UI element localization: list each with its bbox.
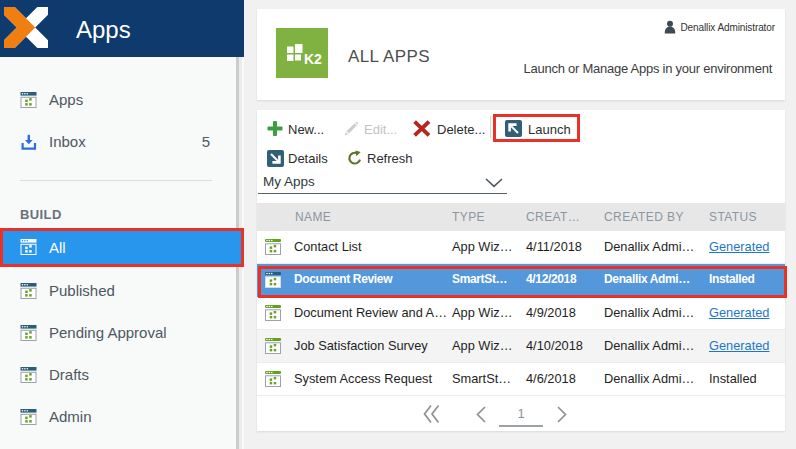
svg-text:K2: K2 [304,51,322,67]
